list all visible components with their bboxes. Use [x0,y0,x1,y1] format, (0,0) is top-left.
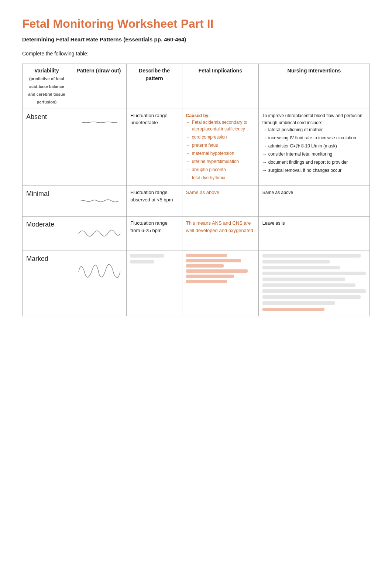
table-row: Minimal Fluctuation range observed at <5… [23,186,370,217]
pattern-svg-absent [80,115,117,130]
nursing-absent: To improve uteroplacental blood flow and… [258,109,369,186]
main-table: Variability (predictive of fetal acid-ba… [22,64,370,317]
page-subtitle: Determining Fetal Heart Rate Patterns (E… [22,35,370,44]
table-row: Marked [23,251,370,316]
pattern-marked [71,251,127,316]
pattern-svg-marked [77,257,121,286]
variability-marked: Marked [23,251,71,316]
variability-minimal: Minimal [23,186,71,217]
page-title: Fetal Monitoring Worksheet Part II [22,15,370,33]
describe-absent: Fluctuation range undetectable [127,109,182,186]
header-nursing: Nursing Interventions [258,64,369,109]
pattern-svg-minimal [79,192,119,210]
fetal-minimal: Same as above [182,186,258,217]
fetal-absent: Caused by: Fetal acidemia secondary to u… [182,109,258,186]
fetal-marked [182,251,258,316]
nursing-marked [258,251,369,316]
nursing-moderate: Leave as is [258,217,369,251]
header-variability: Variability (predictive of fetal acid-ba… [23,64,71,109]
pattern-absent [71,109,127,186]
describe-marked [127,251,182,316]
variability-absent: Absent [23,109,71,186]
header-fetal: Fetal Implications [182,64,258,109]
pattern-svg-moderate [77,222,121,245]
fetal-moderate: This means ANS and CNS are well develope… [182,217,258,251]
describe-minimal: Fluctuation range observed at <5 bpm [127,186,182,217]
variability-moderate: Moderate [23,217,71,251]
header-describe: Describe the pattern [127,64,182,109]
pattern-minimal [71,186,127,217]
intro-text: Complete the following table: [22,50,370,58]
pattern-moderate [71,217,127,251]
header-pattern: Pattern (draw out) [71,64,127,109]
describe-moderate: Fluctuation range from 6-25 bpm [127,217,182,251]
nursing-minimal: Same as above [258,186,369,217]
table-row: Moderate Fluctuation range from 6-25 bpm… [23,217,370,251]
table-row: Absent Fluctuation range undetectable Ca… [23,109,370,186]
